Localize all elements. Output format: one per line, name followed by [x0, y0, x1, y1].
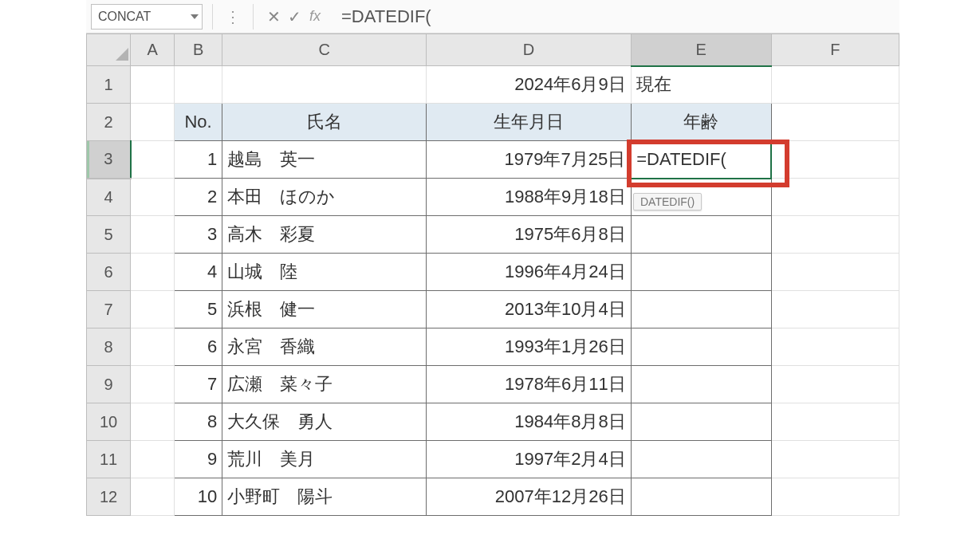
cell-F5[interactable]: [771, 216, 899, 254]
chevron-down-icon[interactable]: [191, 14, 199, 19]
cell-E3[interactable]: =DATEDIF(: [631, 141, 771, 179]
cell-C11[interactable]: 荒川 美月: [222, 441, 427, 478]
cell-A10[interactable]: [131, 403, 175, 441]
cell-C3[interactable]: 越島 英一: [222, 141, 427, 179]
spreadsheet-grid[interactable]: A B C D E F 1 2024年6月9日 現在 2 No. 氏名: [86, 33, 899, 516]
cell-D1[interactable]: 2024年6月9日: [427, 66, 631, 104]
cell-C1[interactable]: [222, 66, 427, 104]
row-header-5[interactable]: 5: [87, 216, 131, 254]
cell-D10[interactable]: 1984年8月8日: [427, 403, 631, 441]
cell-D3[interactable]: 1979年7月25日: [427, 141, 631, 179]
cell-B12[interactable]: 10: [175, 478, 222, 516]
cell-A12[interactable]: [131, 478, 175, 516]
cell-D5[interactable]: 1975年6月8日: [427, 216, 631, 254]
row-header-10[interactable]: 10: [87, 403, 131, 441]
row-header-11[interactable]: 11: [87, 441, 131, 478]
cell-B6[interactable]: 4: [175, 254, 222, 291]
cell-B10[interactable]: 8: [175, 403, 222, 441]
cell-F6[interactable]: [771, 254, 899, 291]
cell-D9[interactable]: 1978年6月11日: [427, 366, 631, 403]
cell-F8[interactable]: [771, 328, 899, 366]
cell-E9[interactable]: [631, 366, 771, 403]
cell-F9[interactable]: [771, 366, 899, 403]
cell-A3[interactable]: [131, 141, 175, 179]
cell-C12[interactable]: 小野町 陽斗: [222, 478, 427, 516]
cell-A9[interactable]: [131, 366, 175, 403]
cell-E5[interactable]: [631, 216, 771, 254]
cell-F4[interactable]: [771, 179, 899, 216]
more-icon[interactable]: ⋮: [222, 7, 243, 26]
cell-B3[interactable]: 1: [175, 141, 222, 179]
cell-F3[interactable]: [771, 141, 899, 179]
cell-B8[interactable]: 6: [175, 328, 222, 366]
cell-E6[interactable]: [631, 254, 771, 291]
cell-B7[interactable]: 5: [175, 291, 222, 328]
col-header-D[interactable]: D: [427, 34, 631, 66]
row-header-3[interactable]: 3: [87, 141, 131, 179]
cell-B9[interactable]: 7: [175, 366, 222, 403]
col-header-B[interactable]: B: [175, 34, 222, 66]
cell-F2[interactable]: [771, 104, 899, 141]
cell-B11[interactable]: 9: [175, 441, 222, 478]
cell-F1[interactable]: [771, 66, 899, 104]
cell-A2[interactable]: [131, 104, 175, 141]
cell-D8[interactable]: 1993年1月26日: [427, 328, 631, 366]
name-box[interactable]: CONCAT: [91, 4, 203, 30]
row-header-9[interactable]: 9: [87, 366, 131, 403]
name-box-value: CONCAT: [98, 10, 151, 24]
formula-input[interactable]: [325, 4, 899, 30]
cell-A4[interactable]: [131, 179, 175, 216]
cell-A11[interactable]: [131, 441, 175, 478]
row-header-8[interactable]: 8: [87, 328, 131, 366]
col-header-E[interactable]: E: [631, 34, 771, 66]
cell-E12[interactable]: [631, 478, 771, 516]
cell-E2[interactable]: 年齢: [631, 104, 771, 141]
cell-F10[interactable]: [771, 403, 899, 441]
cell-A7[interactable]: [131, 291, 175, 328]
cell-C6[interactable]: 山城 陸: [222, 254, 427, 291]
cell-C5[interactable]: 高木 彩夏: [222, 216, 427, 254]
cell-A5[interactable]: [131, 216, 175, 254]
cell-B4[interactable]: 2: [175, 179, 222, 216]
cell-F7[interactable]: [771, 291, 899, 328]
row-header-6[interactable]: 6: [87, 254, 131, 291]
row-header-12[interactable]: 12: [87, 478, 131, 516]
cancel-icon[interactable]: ✕: [263, 7, 284, 26]
cell-C7[interactable]: 浜根 健一: [222, 291, 427, 328]
cell-E7[interactable]: [631, 291, 771, 328]
row-header-2[interactable]: 2: [87, 104, 131, 141]
cell-B1[interactable]: [175, 66, 222, 104]
cell-B2[interactable]: No.: [175, 104, 222, 141]
select-all-corner[interactable]: [87, 34, 131, 66]
row-header-1[interactable]: 1: [87, 66, 131, 104]
row-header-7[interactable]: 7: [87, 291, 131, 328]
cell-F11[interactable]: [771, 441, 899, 478]
triangle-icon: [116, 48, 128, 61]
cell-D2[interactable]: 生年月日: [427, 104, 631, 141]
cell-D4[interactable]: 1988年9月18日: [427, 179, 631, 216]
cell-D11[interactable]: 1997年2月4日: [427, 441, 631, 478]
cell-D6[interactable]: 1996年4月24日: [427, 254, 631, 291]
cell-E1[interactable]: 現在: [631, 66, 771, 104]
cell-C9[interactable]: 広瀬 菜々子: [222, 366, 427, 403]
enter-icon[interactable]: ✓: [284, 7, 305, 26]
cell-C10[interactable]: 大久保 勇人: [222, 403, 427, 441]
cell-C2[interactable]: 氏名: [222, 104, 427, 141]
cell-E8[interactable]: [631, 328, 771, 366]
cell-F12[interactable]: [771, 478, 899, 516]
cell-A8[interactable]: [131, 328, 175, 366]
cell-B5[interactable]: 3: [175, 216, 222, 254]
cell-C4[interactable]: 本田 ほのか: [222, 179, 427, 216]
cell-A1[interactable]: [131, 66, 175, 104]
fx-icon[interactable]: fx: [305, 8, 325, 25]
cell-C8[interactable]: 永宮 香織: [222, 328, 427, 366]
cell-A6[interactable]: [131, 254, 175, 291]
col-header-C[interactable]: C: [222, 34, 427, 66]
cell-E11[interactable]: [631, 441, 771, 478]
cell-D12[interactable]: 2007年12月26日: [427, 478, 631, 516]
cell-E10[interactable]: [631, 403, 771, 441]
row-header-4[interactable]: 4: [87, 179, 131, 216]
cell-D7[interactable]: 2013年10月4日: [427, 291, 631, 328]
col-header-A[interactable]: A: [131, 34, 175, 66]
col-header-F[interactable]: F: [771, 34, 899, 66]
